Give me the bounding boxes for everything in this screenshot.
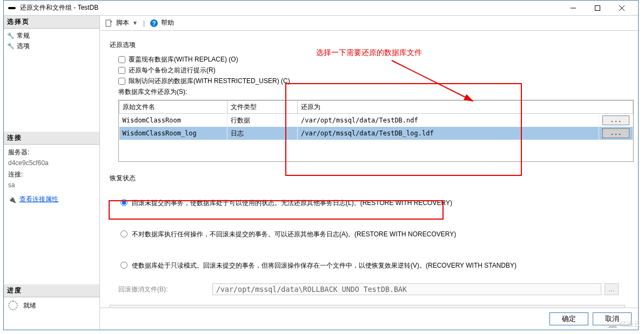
recovery-state-title: 恢复状态 <box>110 174 625 183</box>
norecovery-radio[interactable] <box>120 230 128 237</box>
overwrite-label: 覆盖现有数据库(WITH REPLACE) (O) <box>129 55 238 64</box>
server-value: d4ce9c5cf60a <box>8 158 95 168</box>
restrict-label: 限制访问还原的数据库(WITH RESTRICTED_USER) (C) <box>129 77 290 86</box>
col-file-type[interactable]: 文件类型 <box>227 101 298 114</box>
progress-status: 就绪 <box>4 297 99 313</box>
view-connection-link[interactable]: 查看连接属性 <box>19 195 58 204</box>
cell-restore[interactable]: /var/opt/mssql/data/TestDB_log.ldf <box>298 127 599 140</box>
restrict-checkbox-row[interactable]: 限制访问还原的数据库(WITH RESTRICTED_USER) (C) <box>118 77 625 86</box>
sidebar-item-options[interactable]: 🔧 选项 <box>7 41 96 51</box>
window-title: 还原文件和文件组 - TestDB <box>20 3 561 12</box>
file-table: 原始文件名 文件类型 还原为 WisdomClassRoom 行数据 /var/… <box>118 100 634 162</box>
standby-label: 使数据库处于只读模式。回滚未提交的事务，但将回滚操作保存在一个文件中，以使恢复效… <box>132 261 516 270</box>
browse-button[interactable]: ... <box>602 128 629 138</box>
connection-value: sa <box>8 180 95 190</box>
prompt-label: 还原每个备份之前进行提示(R) <box>129 66 216 75</box>
standby-radio[interactable] <box>120 262 128 269</box>
browse-button[interactable]: ... <box>602 115 629 125</box>
info-bar: i “全文升级选项”服务器属性控制是导入、重新生成还是重置全文检索。 <box>110 305 625 308</box>
cell-type: 日志 <box>227 127 298 140</box>
cell-type: 行数据 <box>227 114 298 127</box>
script-icon <box>105 19 113 27</box>
select-page-header: 选择页 <box>4 16 99 29</box>
rollback-label: 回滚撤消文件(B): <box>118 285 210 294</box>
dialog-window: 还原文件和文件组 - TestDB 选择页 🔧 常规 🔧 <box>3 0 639 330</box>
svg-rect-4 <box>106 20 111 26</box>
col-original-file[interactable]: 原始文件名 <box>119 101 227 114</box>
restore-as-label: 将数据库文件还原为(S): <box>118 87 625 97</box>
table-row-empty <box>119 140 633 161</box>
restore-options-title: 还原选项 <box>110 40 625 50</box>
connection-label: 连接: <box>8 169 95 180</box>
help-icon: ? <box>150 19 158 27</box>
titlebar: 还原文件和文件组 - TestDB <box>4 1 638 16</box>
overwrite-checkbox-row[interactable]: 覆盖现有数据库(WITH REPLACE) (O) <box>118 55 625 64</box>
recovery-radio[interactable] <box>120 199 128 206</box>
main-panel: 脚本 ▼ | ? 帮助 还原选项 覆盖现有数据库(WITH REPLACE) (… <box>100 16 638 330</box>
content-area: 还原选项 覆盖现有数据库(WITH REPLACE) (O) 还原每个备份之前进… <box>100 31 638 308</box>
cell-orig: WisdomClassRoom_log <box>119 127 227 140</box>
dropdown-arrow-icon[interactable]: ▼ <box>132 20 138 26</box>
close-button[interactable] <box>609 1 634 16</box>
ok-button[interactable]: 确定 <box>549 312 588 325</box>
progress-label: 就绪 <box>23 301 36 310</box>
cell-orig: WisdomClassRoom <box>119 114 227 127</box>
sidebar-item-label: 选项 <box>17 42 30 51</box>
sidebar-item-general[interactable]: 🔧 常规 <box>7 31 96 41</box>
maximize-button[interactable] <box>585 1 609 16</box>
server-label: 服务器: <box>8 147 95 158</box>
recovery-radio-row[interactable]: 回滚未提交的事务，使数据库处于可以使用的状态。无法还原其他事务日志(L)。(RE… <box>118 195 625 211</box>
plug-icon: 🔌 <box>8 196 16 203</box>
table-header-row: 原始文件名 文件类型 还原为 <box>119 101 633 114</box>
progress-header: 进度 <box>4 284 99 297</box>
recovery-label: 回滚未提交的事务，使数据库处于可以使用的状态。无法还原其他事务日志(L)。(RE… <box>132 198 452 208</box>
table-row[interactable]: WisdomClassRoom 行数据 /var/opt/mssql/data/… <box>119 114 633 127</box>
overwrite-checkbox[interactable] <box>118 56 125 63</box>
rollback-file-input <box>212 283 601 295</box>
norecovery-label: 不对数据库执行任何操作，不回滚未提交的事务。可以还原其他事务日志(A)。(RES… <box>132 229 456 239</box>
rollback-file-row: 回滚撤消文件(B): … <box>118 283 625 295</box>
sidebar: 选择页 🔧 常规 🔧 选项 连接 服务器: d4ce9c5cf60a 连接: s… <box>4 16 100 330</box>
toolbar: 脚本 ▼ | ? 帮助 <box>100 16 638 31</box>
spinner-icon <box>8 301 18 310</box>
sidebar-item-label: 常规 <box>17 31 30 40</box>
cancel-button[interactable]: 取消 <box>593 312 632 325</box>
connection-header: 连接 <box>4 132 99 145</box>
cell-restore[interactable]: /var/opt/mssql/data/TestDB.ndf <box>298 114 599 127</box>
dialog-footer: 确定 取消 <box>100 308 638 330</box>
standby-radio-row[interactable]: 使数据库处于只读模式。回滚未提交的事务，但将回滚操作保存在一个文件中，以使恢复效… <box>118 257 625 274</box>
rollback-browse-button: … <box>605 283 619 295</box>
norecovery-radio-row[interactable]: 不对数据库执行任何操作，不回滚未提交的事务。可以还原其他事务日志(A)。(RES… <box>118 226 625 242</box>
restrict-checkbox[interactable] <box>118 78 125 85</box>
separator: | <box>143 19 145 27</box>
table-row[interactable]: WisdomClassRoom_log 日志 /var/opt/mssql/da… <box>119 127 633 140</box>
wrench-icon: 🔧 <box>7 43 15 50</box>
minimize-button[interactable] <box>561 1 585 16</box>
prompt-checkbox[interactable] <box>118 67 125 74</box>
help-button[interactable]: 帮助 <box>161 18 174 28</box>
connection-info: 服务器: d4ce9c5cf60a 连接: sa <box>4 145 99 193</box>
svg-rect-1 <box>595 5 600 10</box>
script-button[interactable]: 脚本 <box>116 18 129 28</box>
col-restore-as[interactable]: 还原为 <box>298 101 633 114</box>
wrench-icon: 🔧 <box>7 32 15 39</box>
prompt-checkbox-row[interactable]: 还原每个备份之前进行提示(R) <box>118 66 625 75</box>
window-icon <box>8 5 17 11</box>
